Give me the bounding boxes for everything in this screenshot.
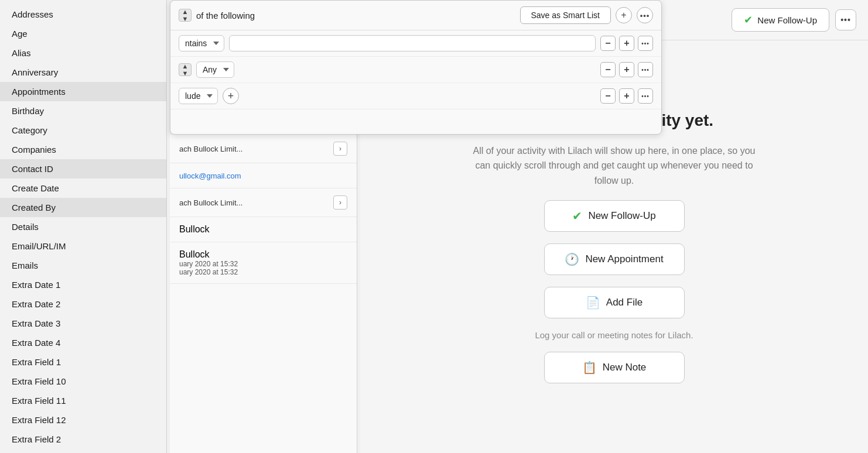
any-select[interactable]: Any <box>196 61 234 78</box>
sidebar-item-addresses[interactable]: Addresses <box>0 5 166 24</box>
contact-date-2: uary 2020 at 15:32 <box>179 268 347 276</box>
remove-filter-3-button[interactable]: − <box>600 88 616 104</box>
of-following-label: of the following <box>196 11 255 20</box>
sidebar-item-extra-field-1[interactable]: Extra Field 1 <box>0 352 166 372</box>
new-appointment-label: New Appointment <box>585 253 663 265</box>
of-following-stepper[interactable]: ▲▼ <box>179 9 192 22</box>
sidebar-item-extra-field-10[interactable]: Extra Field 10 <box>0 372 166 391</box>
sidebar-item-created-by[interactable]: Created By <box>0 198 166 217</box>
sidebar-item-details[interactable]: Details <box>0 217 166 236</box>
include-row: lude + <box>179 88 239 104</box>
sidebar-item-extra-date-2[interactable]: Extra Date 2 <box>0 294 166 314</box>
company-label: ach Bullock Limit... <box>179 198 242 207</box>
activity-more-options-button[interactable]: ••• <box>835 9 856 30</box>
sidebar-item-extra-date-4[interactable]: Extra Date 4 <box>0 333 166 352</box>
sidebar-item-contact-id[interactable]: Contact ID <box>0 159 166 179</box>
contact-list-item[interactable]: ullock@gmail.com <box>170 163 357 188</box>
filter-row-2-actions: − + ••• <box>600 62 653 77</box>
more-filter-1-button[interactable]: ••• <box>638 36 653 51</box>
contains-select[interactable]: ntains <box>179 35 224 52</box>
sidebar-item-appointments[interactable]: Appointments <box>0 82 166 101</box>
sidebar-item-emails[interactable]: Emails <box>0 256 166 275</box>
remove-filter-1-button[interactable]: − <box>600 36 616 51</box>
add-filter-button[interactable]: + <box>616 7 632 23</box>
contact-info: Bullock uary 2020 at 15:32 uary 2020 at … <box>179 249 347 276</box>
sidebar-item-extra-date-3[interactable]: Extra Date 3 <box>0 314 166 333</box>
file-icon: 📄 <box>586 296 600 310</box>
filter-row-1: ntains − + ••• <box>170 30 661 57</box>
sidebar-item-anniversary[interactable]: Anniversary <box>0 63 166 82</box>
contact-list[interactable]: ach Bullock Limit... › ullock@gmail.com … <box>170 135 357 453</box>
include-select[interactable]: lude <box>179 88 218 104</box>
sidebar-item-create-date[interactable]: Create Date <box>0 179 166 198</box>
sidebar-item-extra-date-1[interactable]: Extra Date 1 <box>0 275 166 294</box>
followup-icon: ✔ <box>572 209 582 223</box>
call-notes-text: Log your call or meeting notes for Lilac… <box>535 330 693 340</box>
more-filter-3-button[interactable]: ••• <box>638 88 653 104</box>
contact-info: ach Bullock Limit... <box>179 198 329 207</box>
sidebar-item-alias[interactable]: Alias <box>0 43 166 63</box>
new-followup-button[interactable]: ✔ New Follow-Up <box>544 200 685 232</box>
filter-panel: ▲▼ of the following Save as Smart List +… <box>170 0 662 135</box>
sidebar-item-email-url-im[interactable]: Email/URL/IM <box>0 236 166 256</box>
sidebar-item-extra-field-2[interactable]: Extra Field 2 <box>0 430 166 449</box>
activity-empty-subtext: All of your activity with Lilach will sh… <box>468 143 761 188</box>
followup-check-icon: ✔ <box>744 13 753 26</box>
sidebar-item-category[interactable]: Category <box>0 121 166 140</box>
add-filter-2-button[interactable]: + <box>619 62 634 77</box>
any-select-wrapper: Any <box>196 61 234 78</box>
filter-row-1-actions: − + ••• <box>600 36 653 51</box>
save-smart-list-button[interactable]: Save as Smart List <box>520 6 611 24</box>
contact-arrow-button[interactable]: › <box>333 195 347 210</box>
contact-date-1: uary 2020 at 15:32 <box>179 260 347 268</box>
more-options-button[interactable]: ••• <box>637 7 653 23</box>
contact-list-item[interactable]: Bullock uary 2020 at 15:32 uary 2020 at … <box>170 242 357 284</box>
field-list-sidebar[interactable]: AddressesAgeAliasAnniversaryAppointments… <box>0 0 167 453</box>
contact-info: ullock@gmail.com <box>179 170 347 181</box>
new-followup-topbar-button[interactable]: ✔ New Follow-Up <box>732 8 829 32</box>
contact-list-item[interactable]: ach Bullock Limit... › <box>170 135 357 163</box>
contact-company-name: ach Bullock Limit... <box>179 145 329 153</box>
filter-text-input[interactable] <box>229 35 596 52</box>
contact-arrow-button[interactable]: › <box>333 142 347 156</box>
contact-company-name: ach Bullock Limit... <box>179 198 329 207</box>
filter-row-2: ▲▼ Any − + ••• <box>170 57 661 83</box>
contact-info: ach Bullock Limit... <box>179 145 329 153</box>
contact-name-row: Bullock <box>179 249 347 260</box>
sidebar-item-companies[interactable]: Companies <box>0 140 166 159</box>
more-filter-2-button[interactable]: ••• <box>638 62 653 77</box>
remove-filter-2-button[interactable]: − <box>600 62 616 77</box>
sidebar-item-extra-field-3[interactable]: Extra Field 3 <box>0 449 166 453</box>
contact-email: ullock@gmail.com <box>179 171 241 180</box>
filter-row-3-actions: − + ••• <box>600 88 653 104</box>
note-icon: 📋 <box>582 361 597 375</box>
contact-list-item[interactable]: Bullock <box>170 217 357 242</box>
new-note-button[interactable]: 📋 New Note <box>544 352 685 383</box>
new-followup-topbar-label: New Follow-Up <box>757 15 817 25</box>
add-file-button[interactable]: 📄 Add File <box>544 287 685 318</box>
appointment-clock-icon: 🕐 <box>565 252 579 266</box>
contact-last-name: Bullock <box>179 224 210 234</box>
company-label: ach Bullock Limit... <box>179 145 242 153</box>
sidebar-item-birthday[interactable]: Birthday <box>0 101 166 121</box>
add-filter-1-button[interactable]: + <box>619 36 634 51</box>
include-add-button[interactable]: + <box>223 88 239 104</box>
sidebar-item-age[interactable]: Age <box>0 24 166 43</box>
row2-stepper[interactable]: ▲▼ <box>179 63 192 76</box>
add-filter-3-button[interactable]: + <box>619 88 634 104</box>
new-note-label: New Note <box>603 362 647 373</box>
contact-info: Bullock <box>179 224 347 235</box>
filter-row-3: lude + − + ••• <box>170 83 661 109</box>
new-appointment-button[interactable]: 🕐 New Appointment <box>544 243 685 275</box>
sidebar-item-extra-field-12[interactable]: Extra Field 12 <box>0 410 166 430</box>
new-followup-label: New Follow-Up <box>588 210 655 222</box>
filter-top-bar: ▲▼ of the following Save as Smart List +… <box>170 1 661 30</box>
add-file-label: Add File <box>606 297 643 308</box>
sidebar-item-extra-field-11[interactable]: Extra Field 11 <box>0 391 166 410</box>
contact-list-item[interactable]: ach Bullock Limit... › <box>170 188 357 217</box>
